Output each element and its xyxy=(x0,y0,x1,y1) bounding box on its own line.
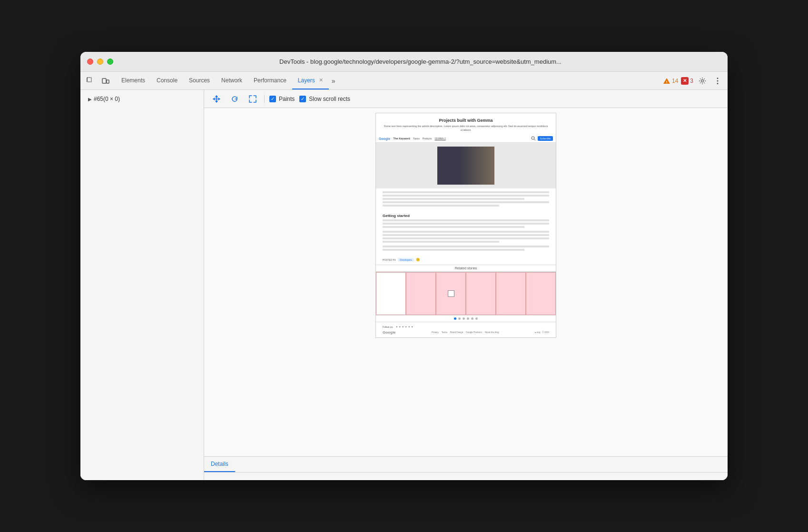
page-header: Projects built with Gemma Some text here… xyxy=(376,113,556,135)
devtools-window: DevTools - blog.google/technology/develo… xyxy=(80,52,728,480)
layers-toolbar: ✓ Paints ✓ Slow scroll rects xyxy=(204,90,728,108)
page-title-sim: Projects built with Gemma xyxy=(383,118,549,123)
layers-sidebar: ▶ #65(0 × 0) xyxy=(80,90,204,480)
page-footer-sim: Follow us: ▪ ▪ ▪ ▪ ▪ ▪ Google xyxy=(376,322,556,337)
scroll-rects-row xyxy=(376,272,556,315)
more-options-button[interactable] xyxy=(711,75,724,87)
move-tool-button[interactable] xyxy=(210,92,223,106)
settings-button[interactable] xyxy=(696,75,709,87)
rotate-tool-button[interactable] xyxy=(228,92,241,106)
svg-rect-3 xyxy=(107,80,109,83)
tab-spacer xyxy=(338,72,663,89)
keyword-label: The Keyword xyxy=(393,137,410,140)
google-nav-sim: Topics Products GEMMA-2 xyxy=(413,137,528,140)
main-content: ▶ #65(0 × 0) xyxy=(80,90,728,480)
slow-scroll-rects-checkbox-label[interactable]: ✓ Slow scroll rects xyxy=(299,96,350,102)
details-tabs: Details xyxy=(204,457,728,473)
scroll-rect-3 xyxy=(436,272,466,315)
scroll-rect-2 xyxy=(406,272,436,315)
paints-checkbox-label[interactable]: ✓ Paints xyxy=(269,96,295,102)
svg-rect-0 xyxy=(87,78,91,82)
tab-sources[interactable]: Sources xyxy=(183,72,216,89)
getting-started-section: Getting started xyxy=(376,211,556,255)
svg-point-6 xyxy=(701,79,704,82)
scroll-rect-center-icon xyxy=(448,290,454,297)
traffic-lights xyxy=(87,59,113,65)
paints-checkbox[interactable]: ✓ xyxy=(269,96,276,102)
scroll-rect-5 xyxy=(496,272,526,315)
dot-1 xyxy=(454,317,456,320)
tab-details[interactable]: Details xyxy=(204,457,235,472)
title-bar: DevTools - blog.google/technology/develo… xyxy=(80,52,728,72)
footer-google-sim: Google Privacy Terms Brand Design Google… xyxy=(383,330,549,335)
svg-rect-2 xyxy=(102,79,106,83)
error-badge[interactable]: ✕ 3 xyxy=(681,77,693,85)
page-desc-sim: Some text here representing the article … xyxy=(383,125,549,132)
video-section: ▶ xyxy=(376,143,556,188)
footer-bottom-links: Privacy Terms Brand Design Google Produc… xyxy=(432,331,499,334)
dot-5 xyxy=(471,317,473,320)
scroll-dots xyxy=(376,315,556,322)
devtools-icons xyxy=(84,72,112,89)
footer-icons: ▪ ▪ ▪ ▪ ▪ ▪ xyxy=(396,325,413,328)
scroll-rect-1 xyxy=(376,272,406,315)
arrow-icon: ▶ xyxy=(88,97,92,102)
tab-performance[interactable]: Performance xyxy=(248,72,292,89)
tab-bar-right: ! 14 ✕ 3 xyxy=(663,72,724,89)
svg-point-9 xyxy=(717,83,719,84)
window-title: DevTools - blog.google/technology/develo… xyxy=(120,58,721,65)
tab-layers[interactable]: Layers ✕ xyxy=(292,72,329,89)
maximize-button[interactable] xyxy=(107,59,113,65)
dot-2 xyxy=(458,317,461,320)
article-footer-links: POSTED IN: Developers 🙂 xyxy=(376,255,556,265)
dot-3 xyxy=(463,317,465,320)
inspect-element-button[interactable] xyxy=(84,75,97,87)
subscribe-button: Subscribe xyxy=(538,136,553,141)
right-panel: ✓ Paints ✓ Slow scroll rects Projects bu… xyxy=(204,90,728,480)
video-thumbnail: ▶ xyxy=(437,147,494,185)
scroll-rect-6 xyxy=(526,272,556,315)
tab-layers-close[interactable]: ✕ xyxy=(319,77,323,83)
tab-network[interactable]: Network xyxy=(216,72,248,89)
scroll-rect-4 xyxy=(466,272,496,315)
more-tabs-button[interactable]: » xyxy=(329,72,338,89)
details-section: Details xyxy=(204,456,728,480)
related-stories-bar: Related stories xyxy=(376,265,556,272)
tab-bar: Elements Console Sources Network Perform… xyxy=(80,72,728,90)
layer-item-65[interactable]: ▶ #65(0 × 0) xyxy=(84,94,200,104)
webpage-preview: Projects built with Gemma Some text here… xyxy=(375,113,556,338)
svg-text:!: ! xyxy=(666,79,668,84)
close-button[interactable] xyxy=(87,59,93,65)
error-icon: ✕ xyxy=(681,77,689,85)
device-toolbar-button[interactable] xyxy=(99,75,112,87)
google-logo-sim: Google xyxy=(379,137,390,140)
svg-point-10 xyxy=(532,137,534,139)
toolbar-separator xyxy=(264,95,265,103)
tab-console[interactable]: Console xyxy=(151,72,183,89)
warning-badge[interactable]: ! 14 xyxy=(663,78,678,84)
svg-point-7 xyxy=(717,78,719,79)
dot-6 xyxy=(475,317,478,320)
slow-scroll-rects-checkbox[interactable]: ✓ xyxy=(299,96,306,102)
minimize-button[interactable] xyxy=(97,59,103,65)
article-text xyxy=(376,188,556,211)
tab-elements[interactable]: Elements xyxy=(116,72,151,89)
maximize-tool-button[interactable] xyxy=(246,92,259,106)
dot-4 xyxy=(467,317,469,320)
svg-point-8 xyxy=(717,80,719,81)
svg-line-11 xyxy=(534,139,535,141)
google-bar-sim: Google The Keyword Topics Products GEMMA… xyxy=(376,135,556,143)
layers-canvas[interactable]: Projects built with Gemma Some text here… xyxy=(204,108,728,456)
